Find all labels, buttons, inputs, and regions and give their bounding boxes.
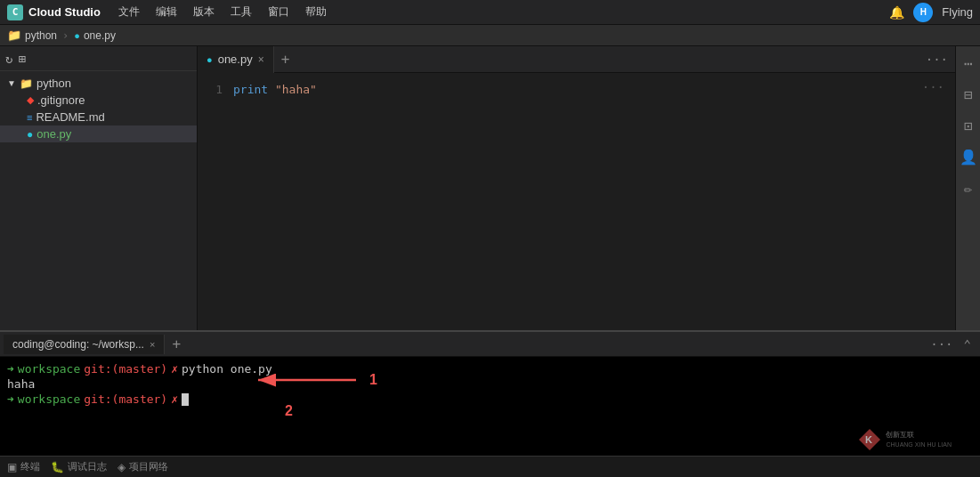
term-workspace-1: workspace xyxy=(18,362,80,376)
status-debug[interactable]: 🐛 调试日志 xyxy=(51,460,107,473)
readme-label: README.md xyxy=(36,110,104,124)
term-output-haha: haha xyxy=(7,377,35,391)
status-network[interactable]: ◈ 项目网络 xyxy=(117,460,168,473)
tab-close-button[interactable]: × xyxy=(258,53,264,66)
panel-users-icon[interactable]: 👤 xyxy=(960,149,977,166)
editor-overflow-dots[interactable]: ··· xyxy=(922,80,944,94)
breadcrumb-bar: 📁 python › ● one.py xyxy=(0,25,980,46)
terminal-tab[interactable]: coding@coding: ~/worksp... × xyxy=(4,335,165,354)
onepy-label: one.py xyxy=(36,127,71,141)
code-token-print: print xyxy=(233,83,268,96)
folder-label: python xyxy=(36,77,71,90)
titlebar-right: 🔔 H Flying xyxy=(889,3,973,22)
expand-arrow: ▼ xyxy=(7,78,16,88)
debug-status-icon: 🐛 xyxy=(51,461,64,473)
terminal-status-icon: ▣ xyxy=(7,461,17,473)
onepy-icon: ● xyxy=(27,128,33,141)
tree-folder-python[interactable]: ▼ 📁 python xyxy=(0,75,197,92)
editor-tab-onepy[interactable]: ● one.py × xyxy=(198,46,274,73)
term-arrow-1: ➜ xyxy=(7,362,14,376)
svg-text:K: K xyxy=(865,434,872,445)
terminal-tab-label: coding@coding: ~/worksp... xyxy=(12,338,144,351)
refresh-icon[interactable]: ↻ xyxy=(5,52,12,66)
term-x-1: ✗ xyxy=(171,362,178,376)
status-debug-label: 调试日志 xyxy=(68,460,107,473)
watermark-line1: 创新互联 xyxy=(886,431,952,440)
app-logo: C Cloud Studio xyxy=(7,4,101,20)
term-git-2: git:(master) xyxy=(84,392,167,406)
tab-more-button[interactable]: ··· xyxy=(919,53,955,67)
watermark-text: 创新互联 CHUANG XIN HU LIAN xyxy=(886,431,952,448)
watermark: K 创新互联 CHUANG XIN HU LIAN xyxy=(857,427,952,452)
titlebar: C Cloud Studio 文件 编辑 版本 工具 窗口 帮助 🔔 H Fly… xyxy=(0,0,980,25)
watermark-line2: CHUANG XIN HU LIAN xyxy=(886,441,952,449)
watermark-logo: K xyxy=(857,427,882,452)
term-x-2: ✗ xyxy=(171,392,178,406)
breadcrumb-sep: › xyxy=(62,29,69,42)
menu-window[interactable]: 窗口 xyxy=(261,2,296,22)
folder-icon: 📁 xyxy=(20,77,33,90)
code-line-1: 1 print "haha" xyxy=(198,80,955,98)
terminal-line-1: ➜ workspace git:(master) ✗ python one.py xyxy=(7,362,973,376)
breadcrumb-label-python: python xyxy=(25,29,57,42)
tab-file-icon: ● xyxy=(207,54,213,65)
terminal-add-button[interactable]: + xyxy=(165,336,188,352)
file-icon-breadcrumb: ● xyxy=(74,30,80,41)
terminal-more-button[interactable]: ··· xyxy=(925,337,958,352)
terminal-expand-button[interactable]: ⌃ xyxy=(959,337,976,352)
tree-file-onepy[interactable]: ● one.py xyxy=(0,125,197,142)
terminal-area: coding@coding: ~/worksp... × + ··· ⌃ ➜ w… xyxy=(0,330,980,477)
terminal-line-3: ➜ workspace git:(master) ✗ xyxy=(7,392,973,406)
breadcrumb-file[interactable]: ● one.py xyxy=(74,29,116,42)
code-token-string: "haha" xyxy=(275,83,317,96)
readme-icon: ≡ xyxy=(27,112,32,123)
folder-icon: 📁 xyxy=(7,28,21,42)
user-avatar: H xyxy=(913,3,933,22)
term-git-1: git:(master) xyxy=(84,362,167,376)
menu-help[interactable]: 帮助 xyxy=(298,2,334,22)
gitignore-icon: ◆ xyxy=(27,94,34,106)
term-command-1: python one.py xyxy=(182,362,272,376)
term-cursor xyxy=(182,393,189,406)
line-number-1: 1 xyxy=(198,83,233,96)
menu-bar: 文件 编辑 版本 工具 窗口 帮助 xyxy=(111,2,889,22)
gitignore-label: .gitignore xyxy=(37,93,85,107)
app-name: Cloud Studio xyxy=(28,5,101,19)
status-terminal-label: 终端 xyxy=(20,460,40,473)
new-file-icon[interactable]: ⊞ xyxy=(18,52,25,66)
tree-file-readme[interactable]: ≡ README.md xyxy=(0,109,197,125)
status-bar: ▣ 终端 🐛 调试日志 ◈ 项目网络 xyxy=(0,456,980,477)
menu-version[interactable]: 版本 xyxy=(186,2,222,22)
panel-monitor-icon[interactable]: ⊟ xyxy=(964,86,973,103)
network-status-icon: ◈ xyxy=(117,461,126,473)
terminal-line-2: haha xyxy=(7,377,973,391)
tab-add-button[interactable]: + xyxy=(274,51,297,68)
menu-edit[interactable]: 编辑 xyxy=(149,2,184,22)
term-workspace-2: workspace xyxy=(18,392,80,406)
menu-file[interactable]: 文件 xyxy=(111,2,147,22)
tab-label: one.py xyxy=(218,53,253,66)
status-network-label: 项目网络 xyxy=(129,460,168,473)
username: Flying xyxy=(942,5,973,19)
panel-overflow-icon[interactable]: ⋯ xyxy=(964,55,973,72)
panel-edit-icon[interactable]: ✏ xyxy=(964,180,973,197)
breadcrumb-label-file: one.py xyxy=(84,29,116,42)
logo-icon: C xyxy=(7,4,23,20)
panel-desktop-icon[interactable]: ⊡ xyxy=(964,117,973,134)
bell-icon[interactable]: 🔔 xyxy=(889,5,904,20)
file-panel-toolbar: ↻ ⊞ xyxy=(0,46,197,71)
menu-tools[interactable]: 工具 xyxy=(223,2,259,22)
breadcrumb-python[interactable]: 📁 python xyxy=(7,28,57,42)
tree-file-gitignore[interactable]: ◆ .gitignore xyxy=(0,92,197,109)
terminal-close-button[interactable]: × xyxy=(150,339,155,350)
status-terminal[interactable]: ▣ 终端 xyxy=(7,460,40,473)
terminal-tab-bar: coding@coding: ~/worksp... × + ··· ⌃ xyxy=(0,332,980,357)
term-arrow-2: ➜ xyxy=(7,392,14,406)
tab-bar: ● one.py × + ··· xyxy=(198,46,955,73)
code-token-space xyxy=(268,83,275,96)
